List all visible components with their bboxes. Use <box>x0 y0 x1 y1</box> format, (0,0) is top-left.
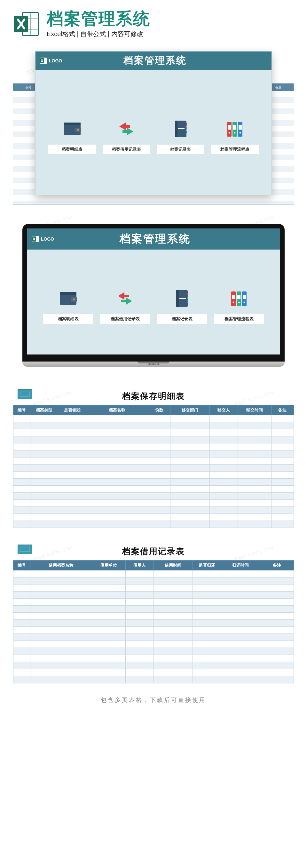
nav-item[interactable]: 档案记录表 <box>157 287 207 324</box>
table-cell[interactable] <box>125 599 154 606</box>
table-cell[interactable] <box>86 493 148 500</box>
table-cell[interactable] <box>148 436 170 443</box>
nav-item[interactable]: 档案明细表 <box>43 287 93 324</box>
table-cell[interactable] <box>86 422 148 429</box>
table-cell[interactable] <box>148 422 170 429</box>
table-cell[interactable] <box>260 648 294 655</box>
table-cell[interactable] <box>260 606 294 613</box>
table-cell[interactable] <box>221 585 260 592</box>
table-cell[interactable] <box>86 415 148 422</box>
table-cell[interactable] <box>92 620 125 627</box>
table-cell[interactable] <box>170 521 210 528</box>
nav-item[interactable]: 档案管理流程表 <box>214 287 264 324</box>
table-cell[interactable] <box>13 514 30 521</box>
table-cell[interactable] <box>30 599 92 606</box>
table-cell[interactable] <box>13 627 30 634</box>
table-cell[interactable] <box>13 436 30 443</box>
table-cell[interactable] <box>154 641 193 648</box>
table-cell[interactable] <box>13 620 30 627</box>
table-cell[interactable] <box>260 578 294 585</box>
table-cell[interactable] <box>86 514 148 521</box>
table-cell[interactable] <box>30 429 58 436</box>
table-cell[interactable] <box>209 500 238 507</box>
table-cell[interactable] <box>260 634 294 641</box>
table-cell[interactable] <box>125 585 154 592</box>
table-cell[interactable] <box>148 472 170 478</box>
table-cell[interactable] <box>30 592 92 599</box>
table-cell[interactable] <box>30 472 58 478</box>
table-cell[interactable] <box>221 613 260 620</box>
table-cell[interactable] <box>154 613 193 620</box>
table-cell[interactable] <box>92 613 125 620</box>
table-cell[interactable] <box>30 570 92 578</box>
table-cell[interactable] <box>30 578 92 585</box>
table-cell[interactable] <box>260 641 294 648</box>
table-cell[interactable] <box>221 648 260 655</box>
table-cell[interactable] <box>260 676 294 683</box>
table-cell[interactable] <box>170 429 210 436</box>
table-cell[interactable] <box>125 662 154 669</box>
table-cell[interactable] <box>154 592 193 599</box>
table-cell[interactable] <box>86 507 148 514</box>
table-cell[interactable] <box>193 620 221 627</box>
table-cell[interactable] <box>30 521 58 528</box>
table-cell[interactable] <box>125 641 154 648</box>
table-cell[interactable] <box>209 458 238 465</box>
table-cell[interactable] <box>125 606 154 613</box>
table-cell[interactable] <box>58 521 86 528</box>
table-cell[interactable] <box>193 613 221 620</box>
table-cell[interactable] <box>148 465 170 472</box>
table-cell[interactable] <box>125 648 154 655</box>
table-cell[interactable] <box>148 415 170 422</box>
table-cell[interactable] <box>193 570 221 578</box>
table-cell[interactable] <box>271 436 294 443</box>
table-cell[interactable] <box>193 585 221 592</box>
table-cell[interactable] <box>209 429 238 436</box>
table-cell[interactable] <box>209 472 238 478</box>
table-cell[interactable] <box>30 648 92 655</box>
table-cell[interactable] <box>92 578 125 585</box>
table-cell[interactable] <box>271 478 294 486</box>
table-cell[interactable] <box>209 451 238 458</box>
table-cell[interactable] <box>58 486 86 493</box>
table-cell[interactable] <box>30 493 58 500</box>
table-cell[interactable] <box>260 599 294 606</box>
table-cell[interactable] <box>92 641 125 648</box>
table-cell[interactable] <box>209 514 238 521</box>
table-cell[interactable] <box>148 478 170 486</box>
table-cell[interactable] <box>170 486 210 493</box>
table-cell[interactable] <box>260 570 294 578</box>
table-cell[interactable] <box>92 662 125 669</box>
table-cell[interactable] <box>86 443 148 451</box>
table-cell[interactable] <box>30 507 58 514</box>
table-cell[interactable] <box>271 458 294 465</box>
table-cell[interactable] <box>86 458 148 465</box>
table-cell[interactable] <box>13 662 30 669</box>
table-cell[interactable] <box>154 627 193 634</box>
table-cell[interactable] <box>221 578 260 585</box>
table-cell[interactable] <box>125 613 154 620</box>
table-cell[interactable] <box>13 493 30 500</box>
table-cell[interactable] <box>13 592 30 599</box>
table-cell[interactable] <box>13 486 30 493</box>
table-cell[interactable] <box>209 415 238 422</box>
table-cell[interactable] <box>260 620 294 627</box>
table-cell[interactable] <box>193 578 221 585</box>
table-cell[interactable] <box>86 465 148 472</box>
nav-item[interactable]: 档案借用记录表 <box>103 118 150 154</box>
table-cell[interactable] <box>209 443 238 451</box>
table-cell[interactable] <box>58 500 86 507</box>
table-cell[interactable] <box>148 451 170 458</box>
table-cell[interactable] <box>13 655 30 662</box>
table-cell[interactable] <box>209 521 238 528</box>
table-cell[interactable] <box>148 429 170 436</box>
table-cell[interactable] <box>238 514 271 521</box>
table-cell[interactable] <box>170 415 210 422</box>
table-cell[interactable] <box>92 592 125 599</box>
table-cell[interactable] <box>13 570 30 578</box>
table-cell[interactable] <box>238 500 271 507</box>
table-cell[interactable] <box>86 486 148 493</box>
table-cell[interactable] <box>30 676 92 683</box>
table-cell[interactable] <box>238 486 271 493</box>
table-cell[interactable] <box>30 478 58 486</box>
